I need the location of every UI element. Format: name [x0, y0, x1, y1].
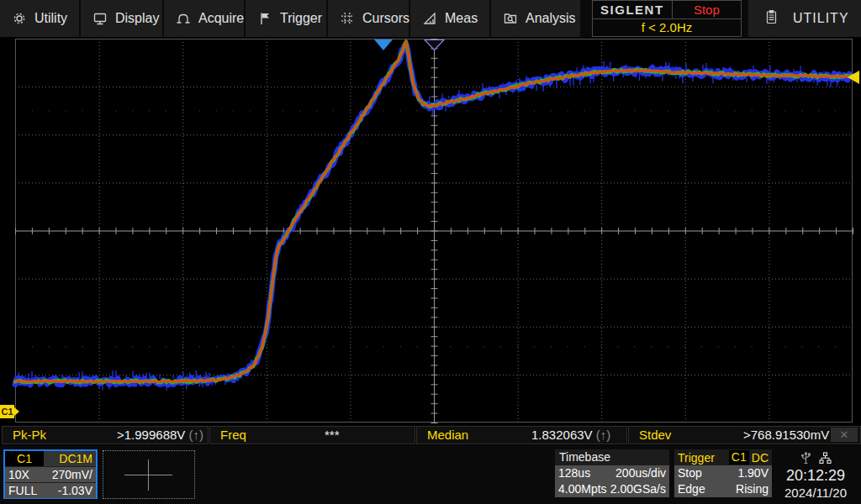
gear-icon: [13, 12, 26, 25]
clock-panel[interactable]: 20:12:29 2024/11/20: [772, 445, 859, 504]
trigger-level: 1.90V: [737, 465, 769, 481]
timebase-memory: 4.00Mpts: [558, 481, 607, 497]
timebase-title: Timebase: [555, 449, 669, 465]
measurement-value: ***: [325, 428, 340, 442]
siglent-logo: SIGLENT: [593, 1, 673, 18]
menu-bar: Utility Display Acquire Trigger: [0, 0, 861, 37]
measurement-median[interactable]: Median 1.832063V (↑): [416, 426, 627, 444]
grid-and-trace: [0, 37, 861, 425]
trigger-level-marker[interactable]: [848, 71, 859, 84]
trigger-box[interactable]: Trigger C1 DC Stop 1.90V Edge Rising: [674, 449, 772, 499]
trigger-frequency: f < 2.0Hz: [593, 19, 741, 37]
status-panel: SIGLENT Stop f < 2.0Hz: [592, 0, 742, 37]
menu-acquire[interactable]: Acquire: [164, 0, 244, 37]
measurement-stdev[interactable]: Stdev >768.91530mV ( ✕: [628, 426, 861, 444]
measurement-label: Freq: [220, 428, 246, 442]
monitor-icon: [93, 12, 107, 25]
close-icon[interactable]: ✕: [831, 428, 858, 442]
trigger-status: Stop: [678, 465, 702, 481]
channel1-box[interactable]: C1 DC1M 10X 270mV/ FULL -1.03V: [3, 449, 98, 499]
menu-label: Cursors: [362, 11, 409, 26]
menu-display[interactable]: Display: [81, 0, 162, 37]
menu-trigger[interactable]: Trigger: [246, 0, 326, 37]
clock-date: 2024/11/20: [772, 486, 859, 500]
oscilloscope-screen: Utility Display Acquire Trigger: [0, 0, 861, 504]
measurement-freq[interactable]: Freq ***: [209, 426, 415, 444]
waveform-arch-icon: [177, 12, 190, 25]
lan-icon: [819, 452, 832, 465]
menu-label: Display: [115, 11, 159, 26]
folder-search-icon: [504, 12, 517, 25]
channel-name-chip[interactable]: C1: [5, 451, 44, 466]
utility-label: UTILITY: [793, 11, 849, 26]
menu-meas[interactable]: Meas: [410, 0, 489, 37]
channel1-zero-marker[interactable]: C1: [0, 405, 14, 418]
timebase-samplerate: 2.00GSa/s: [610, 481, 666, 497]
menu-label: Utility: [34, 11, 67, 26]
measurement-value: 1.832063V (↑): [531, 428, 610, 442]
usb-icon: [800, 452, 811, 465]
measurement-value: >1.999688V (↑): [117, 428, 203, 442]
horizontal-reference-marker[interactable]: [424, 39, 445, 50]
trigger-title: Trigger: [674, 451, 729, 465]
measurement-label: Stdev: [639, 428, 671, 442]
menu-label: Trigger: [280, 11, 322, 26]
measurement-label: Median: [427, 428, 468, 442]
channel-offset: -1.03V: [58, 483, 92, 498]
timebase-delay: 128us: [558, 465, 590, 481]
trigger-coupling: DC: [749, 451, 772, 465]
flag-icon: [258, 12, 272, 25]
channel-probe: 10X: [8, 467, 29, 482]
add-channel-placeholder[interactable]: [103, 450, 195, 499]
status-bar: C1 DC1M 10X 270mV/ FULL -1.03V Timebase …: [0, 445, 861, 504]
measurement-pkpk[interactable]: Pk-Pk >1.999688V (↑): [2, 426, 209, 444]
measurement-value: >768.91530mV (: [743, 428, 837, 442]
trigger-slope: Rising: [736, 481, 769, 497]
measurement-bar: Pk-Pk >1.999688V (↑) Freq *** Median 1.8…: [0, 425, 861, 445]
utility-shortcut-button[interactable]: UTILITY: [748, 0, 861, 37]
acquisition-status: Stop: [673, 1, 741, 18]
menu-label: Meas: [445, 11, 478, 26]
plus-icon: [148, 459, 149, 491]
menu-analysis[interactable]: Analysis: [491, 0, 580, 37]
measurement-label: Pk-Pk: [13, 428, 46, 442]
menu-utility[interactable]: Utility: [0, 0, 79, 37]
menu-cursors[interactable]: Cursors: [328, 0, 409, 37]
setsquare-icon: [423, 12, 436, 25]
channel-bandwidth: FULL: [8, 483, 37, 498]
timebase-box[interactable]: Timebase 128us 200us/div 4.00Mpts 2.00GS…: [555, 449, 669, 499]
waveform-display[interactable]: C1: [0, 37, 861, 425]
cursors-grid-icon: [341, 12, 354, 25]
channel-coupling: DC1M: [44, 451, 96, 466]
channel-scale: 270mV/: [52, 467, 92, 482]
clock-time: 20:12:29: [772, 467, 859, 485]
menu-label: Analysis: [526, 11, 576, 26]
trigger-type: Edge: [678, 481, 705, 497]
timebase-scale: 200us/div: [615, 465, 666, 481]
menu-label: Acquire: [198, 11, 244, 26]
trigger-position-marker[interactable]: [374, 39, 393, 50]
trigger-source-chip: C1: [729, 450, 749, 465]
list-icon: [765, 10, 778, 28]
